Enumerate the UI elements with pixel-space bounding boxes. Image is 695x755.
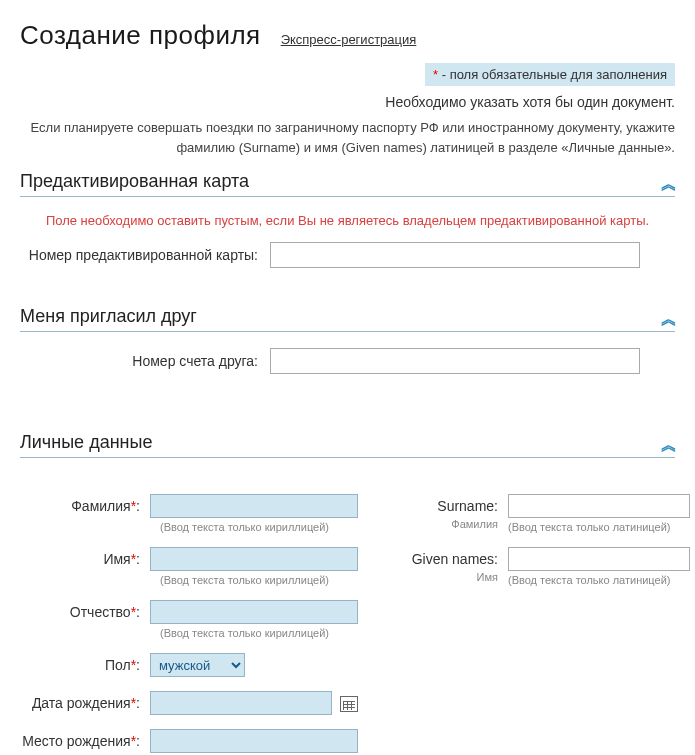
surname-hint: (Ввод текста только латиницей) [508, 521, 690, 533]
express-registration-link[interactable]: Экспресс-регистрация [281, 32, 417, 47]
collapse-icon[interactable]: ︿︿ [661, 315, 675, 319]
firstname-label: Имя*: [20, 551, 150, 568]
section-personal-title: Личные данные [20, 432, 152, 453]
section-friend-header: Меня пригласил друг ︿︿ [20, 306, 675, 332]
patronymic-label: Отчество*: [20, 604, 150, 621]
given-sublabel: Имя [378, 571, 508, 586]
birthdate-label: Дата рождения*: [20, 695, 150, 712]
lastname-hint: (Ввод текста только кириллицей) [160, 521, 358, 533]
patronymic-hint: (Ввод текста только кириллицей) [160, 627, 358, 639]
calendar-icon[interactable] [340, 696, 358, 712]
friend-account-input[interactable] [270, 348, 640, 374]
collapse-icon[interactable]: ︿︿ [661, 441, 675, 445]
collapse-icon[interactable]: ︿︿ [661, 180, 675, 184]
firstname-input[interactable] [150, 547, 358, 571]
document-note: Необходимо указать хотя бы один документ… [20, 94, 675, 110]
patronymic-input[interactable] [150, 600, 358, 624]
surname-label: Surname: [378, 498, 508, 515]
given-hint: (Ввод текста только латиницей) [508, 574, 690, 586]
lastname-label: Фамилия*: [20, 498, 150, 515]
lastname-input[interactable] [150, 494, 358, 518]
preactivated-warning: Поле необходимо оставить пустым, если Вы… [20, 213, 675, 228]
preactivated-card-label: Номер предактивированной карты: [20, 247, 270, 263]
given-input[interactable] [508, 547, 690, 571]
birthdate-input[interactable] [150, 691, 332, 715]
required-fields-text: - поля обязательные для заполнения [438, 67, 667, 82]
surname-sublabel: Фамилия [378, 518, 508, 533]
section-friend-title: Меня пригласил друг [20, 306, 197, 327]
surname-input[interactable] [508, 494, 690, 518]
required-fields-note: * - поля обязательные для заполнения [425, 63, 675, 86]
section-preactivated-title: Предактивированная карта [20, 171, 249, 192]
gender-label: Пол*: [20, 657, 150, 674]
birthplace-input[interactable] [150, 729, 358, 753]
section-preactivated-header: Предактивированная карта ︿︿ [20, 171, 675, 197]
firstname-hint: (Ввод текста только кириллицей) [160, 574, 358, 586]
section-personal-header: Личные данные ︿︿ [20, 432, 675, 458]
gender-select[interactable]: мужской [150, 653, 245, 677]
given-label: Given names: [378, 551, 508, 568]
friend-account-label: Номер счета друга: [20, 353, 270, 369]
birthplace-label: Место рождения*: [20, 733, 150, 750]
plan-note: Если планируете совершать поездки по заг… [20, 118, 675, 157]
page-title: Создание профиля [20, 20, 261, 51]
preactivated-card-input[interactable] [270, 242, 640, 268]
